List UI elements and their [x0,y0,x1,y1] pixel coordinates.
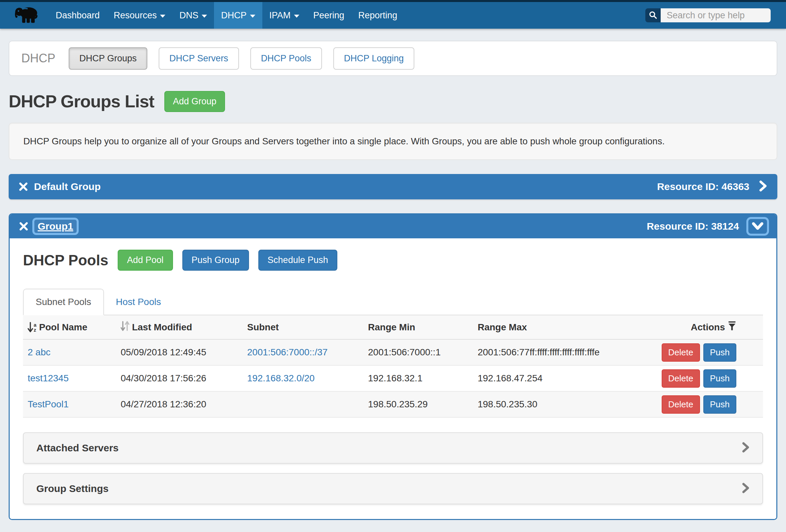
pool-name-link[interactable]: 2 abc [28,347,51,357]
tab-dhcp-servers[interactable]: DHCP Servers [159,47,239,70]
nav-label: Dashboard [56,10,100,21]
group-name-link[interactable]: Group1 [34,220,77,233]
column-label: Actions [691,322,725,333]
chevron-down-icon [752,222,763,231]
nav-item-ipam[interactable]: IPAM [262,2,306,29]
nav-label: Peering [313,10,344,21]
column-header-pool-name[interactable]: az Pool Name [23,315,121,339]
search-icon [649,11,657,20]
dhcp-subnav-panel: DHCP DHCP Groups DHCP Servers DHCP Pools… [9,41,777,76]
nav-item-dashboard[interactable]: Dashboard [49,2,107,29]
tab-host-pools[interactable]: Host Pools [104,289,173,315]
pool-row: test12345 04/30/2018 17:56:26 192.168.32… [23,365,763,391]
column-label: Last Modified [132,322,192,333]
delete-pool-button[interactable]: Delete [662,395,700,414]
column-header-range-min[interactable]: Range Min [368,315,478,339]
pool-row: 2 abc 05/09/2018 12:49:45 2001:506:7000:… [23,339,763,365]
remove-group-icon[interactable] [19,222,28,231]
pool-row: TestPool1 04/27/2018 12:36:20 198.50.235… [23,391,763,417]
range-min-cell: 192.168.32.1 [368,365,478,391]
caret-down-icon [294,15,299,18]
delete-pool-button[interactable]: Delete [662,369,700,388]
push-pool-button[interactable]: Push [703,343,736,362]
sort-icon [121,320,129,334]
filter-funnel-icon[interactable] [728,321,736,333]
add-pool-button[interactable]: Add Pool [118,250,173,271]
group-name: Default Group [34,181,101,192]
range-max-cell: 2001:506:77ff:ffff:ffff:ffff:ffff:fffe [478,339,662,365]
nav-label: IPAM [269,10,291,21]
last-modified-cell: 04/27/2018 12:36:20 [121,391,247,417]
nav-item-resources[interactable]: Resources [107,2,172,29]
nav-label: Reporting [358,10,397,21]
tab-dhcp-pools[interactable]: DHCP Pools [250,47,322,70]
description-well: DHCP Groups help you to organize all of … [9,123,777,160]
nav-label: DNS [179,10,198,21]
mammoth-logo-icon [14,5,40,26]
column-label: Range Min [368,322,415,332]
group-panel-group1: Group1 Resource ID: 38124 DHCP Pools [9,213,777,520]
caret-down-icon [160,15,165,18]
page-title-row: DHCP Groups List Add Group [9,89,777,113]
delete-pool-button[interactable]: Delete [662,343,700,362]
tab-dhcp-groups[interactable]: DHCP Groups [69,47,147,70]
accordion-label: Group Settings [36,483,109,494]
collapse-group-button[interactable] [748,219,767,234]
accordion-label: Attached Servers [36,442,119,454]
chevron-right-icon [742,482,750,495]
last-modified-cell: 05/09/2018 12:49:45 [121,339,247,365]
page-title: DHCP Groups List [9,91,154,111]
column-label: Subnet [247,322,279,332]
pool-name-link[interactable]: test12345 [28,373,69,383]
nav-item-reporting[interactable]: Reporting [351,2,404,29]
add-group-button[interactable]: Add Group [164,91,225,112]
nav-label: Resources [114,10,157,21]
range-max-cell: 192.168.47.254 [478,365,662,391]
search-button[interactable] [645,8,661,22]
description-text: DHCP Groups help you to organize all of … [23,136,665,147]
nav-item-dhcp[interactable]: DHCP [214,2,262,29]
range-min-cell: 2001:506:7000::1 [368,339,478,365]
push-pool-button[interactable]: Push [703,369,736,388]
resource-id-label: Resource ID: 46363 [657,181,749,192]
chevron-right-icon [742,442,750,454]
pool-tabs: Subnet Pools Host Pools [23,289,763,315]
group-bar-default-group[interactable]: Default Group Resource ID: 46363 [9,174,777,199]
column-label: Pool Name [39,322,87,333]
top-navbar: Dashboard Resources DNS DHCP IPAM Peerin… [0,2,786,29]
remove-group-icon[interactable] [19,182,28,191]
column-header-actions: Actions [662,315,763,339]
group-bar-group1[interactable]: Group1 Resource ID: 38124 [10,214,776,238]
push-group-button[interactable]: Push Group [182,250,249,271]
caret-down-icon [202,15,207,18]
push-pool-button[interactable]: Push [703,395,736,414]
column-header-last-modified[interactable]: Last Modified [121,315,247,339]
group-detail-body: DHCP Pools Add Pool Push Group Schedule … [10,238,776,520]
resource-id-label: Resource ID: 38124 [647,221,739,232]
caret-down-icon [250,15,255,18]
app-screen: Dashboard Resources DNS DHCP IPAM Peerin… [0,0,786,532]
range-min-cell: 198.50.235.29 [368,391,478,417]
brand-logo[interactable] [0,2,49,29]
pools-title-row: DHCP Pools Add Pool Push Group Schedule … [23,250,763,271]
table-header-row: az Pool Name [23,315,763,339]
tab-dhcp-logging[interactable]: DHCP Logging [333,47,415,70]
nav-item-peering[interactable]: Peering [306,2,351,29]
section-label: DHCP [21,51,55,65]
subnet-link[interactable]: 192.168.32.0/20 [247,373,314,383]
subnet-pools-table: az Pool Name [23,315,763,418]
schedule-push-button[interactable]: Schedule Push [258,250,338,271]
last-modified-cell: 04/30/2018 17:56:26 [121,365,247,391]
subnet-link[interactable]: 2001:506:7000::/37 [247,347,327,357]
search-input[interactable] [661,8,771,22]
tab-subnet-pools[interactable]: Subnet Pools [23,289,104,315]
column-header-subnet[interactable]: Subnet [247,315,368,339]
accordion-attached-servers[interactable]: Attached Servers [23,432,763,464]
pools-title: DHCP Pools [23,252,108,269]
column-header-range-max[interactable]: Range Max [478,315,662,339]
chevron-right-icon[interactable] [759,180,767,193]
accordion-group-settings[interactable]: Group Settings [23,473,763,504]
sort-alpha-icon: az [28,322,36,333]
pool-name-link[interactable]: TestPool1 [28,399,69,409]
nav-item-dns[interactable]: DNS [172,2,214,29]
